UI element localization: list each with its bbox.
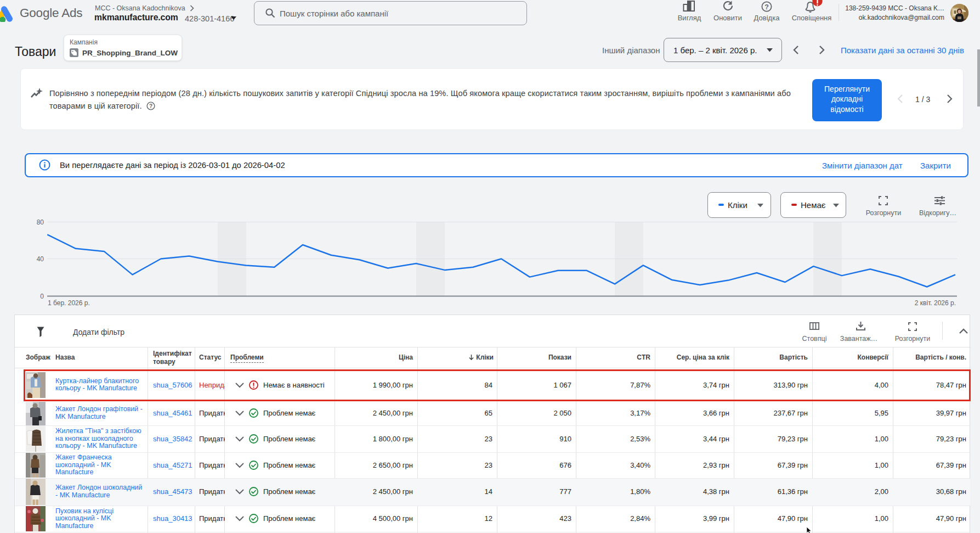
svg-text:80: 80	[37, 218, 44, 226]
svg-text:40: 40	[37, 255, 44, 263]
svg-text:0: 0	[40, 293, 44, 300]
svg-text:?: ?	[764, 3, 769, 11]
svg-text:1 бер. 2026 р.: 1 бер. 2026 р.	[48, 299, 90, 307]
svg-text:?: ?	[149, 103, 152, 109]
svg-text:2 квіт. 2026 р.: 2 квіт. 2026 р.	[915, 299, 956, 307]
